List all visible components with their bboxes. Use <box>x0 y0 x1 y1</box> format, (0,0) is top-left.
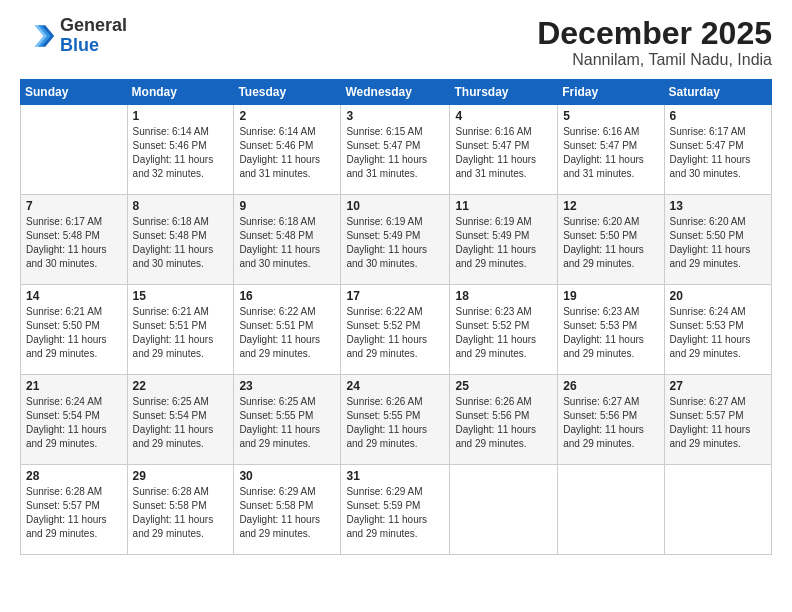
day-info: Sunrise: 6:24 AM Sunset: 5:54 PM Dayligh… <box>26 395 122 451</box>
calendar-week-4: 21Sunrise: 6:24 AM Sunset: 5:54 PM Dayli… <box>21 375 772 465</box>
day-number: 26 <box>563 379 658 393</box>
day-number: 15 <box>133 289 229 303</box>
day-number: 16 <box>239 289 335 303</box>
day-number: 20 <box>670 289 766 303</box>
calendar-week-5: 28Sunrise: 6:28 AM Sunset: 5:57 PM Dayli… <box>21 465 772 555</box>
day-number: 10 <box>346 199 444 213</box>
calendar-cell: 9Sunrise: 6:18 AM Sunset: 5:48 PM Daylig… <box>234 195 341 285</box>
col-friday: Friday <box>558 80 664 105</box>
day-number: 5 <box>563 109 658 123</box>
day-info: Sunrise: 6:14 AM Sunset: 5:46 PM Dayligh… <box>239 125 335 181</box>
calendar-cell: 29Sunrise: 6:28 AM Sunset: 5:58 PM Dayli… <box>127 465 234 555</box>
calendar-cell: 15Sunrise: 6:21 AM Sunset: 5:51 PM Dayli… <box>127 285 234 375</box>
day-number: 19 <box>563 289 658 303</box>
day-number: 6 <box>670 109 766 123</box>
col-tuesday: Tuesday <box>234 80 341 105</box>
calendar-cell: 30Sunrise: 6:29 AM Sunset: 5:58 PM Dayli… <box>234 465 341 555</box>
day-number: 3 <box>346 109 444 123</box>
day-info: Sunrise: 6:16 AM Sunset: 5:47 PM Dayligh… <box>455 125 552 181</box>
day-number: 21 <box>26 379 122 393</box>
day-number: 22 <box>133 379 229 393</box>
calendar-cell: 21Sunrise: 6:24 AM Sunset: 5:54 PM Dayli… <box>21 375 128 465</box>
day-number: 9 <box>239 199 335 213</box>
calendar-cell: 8Sunrise: 6:18 AM Sunset: 5:48 PM Daylig… <box>127 195 234 285</box>
calendar-cell <box>664 465 771 555</box>
calendar-cell: 6Sunrise: 6:17 AM Sunset: 5:47 PM Daylig… <box>664 105 771 195</box>
calendar-cell <box>21 105 128 195</box>
calendar-cell: 24Sunrise: 6:26 AM Sunset: 5:55 PM Dayli… <box>341 375 450 465</box>
calendar-cell: 7Sunrise: 6:17 AM Sunset: 5:48 PM Daylig… <box>21 195 128 285</box>
day-number: 11 <box>455 199 552 213</box>
day-info: Sunrise: 6:19 AM Sunset: 5:49 PM Dayligh… <box>455 215 552 271</box>
calendar-cell: 4Sunrise: 6:16 AM Sunset: 5:47 PM Daylig… <box>450 105 558 195</box>
day-info: Sunrise: 6:28 AM Sunset: 5:58 PM Dayligh… <box>133 485 229 541</box>
calendar-cell: 23Sunrise: 6:25 AM Sunset: 5:55 PM Dayli… <box>234 375 341 465</box>
logo-text: General Blue <box>60 16 127 56</box>
day-info: Sunrise: 6:15 AM Sunset: 5:47 PM Dayligh… <box>346 125 444 181</box>
calendar-cell: 17Sunrise: 6:22 AM Sunset: 5:52 PM Dayli… <box>341 285 450 375</box>
day-info: Sunrise: 6:20 AM Sunset: 5:50 PM Dayligh… <box>670 215 766 271</box>
day-info: Sunrise: 6:18 AM Sunset: 5:48 PM Dayligh… <box>133 215 229 271</box>
day-info: Sunrise: 6:18 AM Sunset: 5:48 PM Dayligh… <box>239 215 335 271</box>
logo-blue: Blue <box>60 36 127 56</box>
calendar-week-1: 1Sunrise: 6:14 AM Sunset: 5:46 PM Daylig… <box>21 105 772 195</box>
page: General Blue December 2025 Nannilam, Tam… <box>0 0 792 612</box>
day-info: Sunrise: 6:26 AM Sunset: 5:55 PM Dayligh… <box>346 395 444 451</box>
title-block: December 2025 Nannilam, Tamil Nadu, Indi… <box>537 16 772 69</box>
day-info: Sunrise: 6:28 AM Sunset: 5:57 PM Dayligh… <box>26 485 122 541</box>
col-saturday: Saturday <box>664 80 771 105</box>
svg-marker-1 <box>34 25 50 47</box>
day-info: Sunrise: 6:23 AM Sunset: 5:52 PM Dayligh… <box>455 305 552 361</box>
day-number: 27 <box>670 379 766 393</box>
calendar-cell <box>558 465 664 555</box>
calendar-cell: 3Sunrise: 6:15 AM Sunset: 5:47 PM Daylig… <box>341 105 450 195</box>
day-number: 2 <box>239 109 335 123</box>
logo-general: General <box>60 16 127 36</box>
col-sunday: Sunday <box>21 80 128 105</box>
day-info: Sunrise: 6:17 AM Sunset: 5:47 PM Dayligh… <box>670 125 766 181</box>
header: General Blue December 2025 Nannilam, Tam… <box>20 16 772 69</box>
day-number: 14 <box>26 289 122 303</box>
calendar-week-3: 14Sunrise: 6:21 AM Sunset: 5:50 PM Dayli… <box>21 285 772 375</box>
calendar-cell: 10Sunrise: 6:19 AM Sunset: 5:49 PM Dayli… <box>341 195 450 285</box>
col-monday: Monday <box>127 80 234 105</box>
day-number: 4 <box>455 109 552 123</box>
day-number: 8 <box>133 199 229 213</box>
logo-icon <box>20 18 56 54</box>
day-number: 29 <box>133 469 229 483</box>
day-number: 12 <box>563 199 658 213</box>
col-wednesday: Wednesday <box>341 80 450 105</box>
day-number: 17 <box>346 289 444 303</box>
calendar-cell: 1Sunrise: 6:14 AM Sunset: 5:46 PM Daylig… <box>127 105 234 195</box>
col-thursday: Thursday <box>450 80 558 105</box>
day-info: Sunrise: 6:21 AM Sunset: 5:51 PM Dayligh… <box>133 305 229 361</box>
calendar-week-2: 7Sunrise: 6:17 AM Sunset: 5:48 PM Daylig… <box>21 195 772 285</box>
calendar-cell: 19Sunrise: 6:23 AM Sunset: 5:53 PM Dayli… <box>558 285 664 375</box>
day-number: 23 <box>239 379 335 393</box>
day-info: Sunrise: 6:27 AM Sunset: 5:56 PM Dayligh… <box>563 395 658 451</box>
day-number: 13 <box>670 199 766 213</box>
day-info: Sunrise: 6:23 AM Sunset: 5:53 PM Dayligh… <box>563 305 658 361</box>
day-info: Sunrise: 6:17 AM Sunset: 5:48 PM Dayligh… <box>26 215 122 271</box>
day-info: Sunrise: 6:21 AM Sunset: 5:50 PM Dayligh… <box>26 305 122 361</box>
calendar-cell: 2Sunrise: 6:14 AM Sunset: 5:46 PM Daylig… <box>234 105 341 195</box>
day-info: Sunrise: 6:29 AM Sunset: 5:58 PM Dayligh… <box>239 485 335 541</box>
calendar-cell: 25Sunrise: 6:26 AM Sunset: 5:56 PM Dayli… <box>450 375 558 465</box>
logo: General Blue <box>20 16 127 56</box>
day-info: Sunrise: 6:20 AM Sunset: 5:50 PM Dayligh… <box>563 215 658 271</box>
day-info: Sunrise: 6:22 AM Sunset: 5:51 PM Dayligh… <box>239 305 335 361</box>
calendar-cell: 16Sunrise: 6:22 AM Sunset: 5:51 PM Dayli… <box>234 285 341 375</box>
calendar-cell: 14Sunrise: 6:21 AM Sunset: 5:50 PM Dayli… <box>21 285 128 375</box>
day-number: 18 <box>455 289 552 303</box>
day-number: 1 <box>133 109 229 123</box>
calendar-cell: 27Sunrise: 6:27 AM Sunset: 5:57 PM Dayli… <box>664 375 771 465</box>
calendar-cell: 20Sunrise: 6:24 AM Sunset: 5:53 PM Dayli… <box>664 285 771 375</box>
calendar-cell: 5Sunrise: 6:16 AM Sunset: 5:47 PM Daylig… <box>558 105 664 195</box>
day-info: Sunrise: 6:25 AM Sunset: 5:54 PM Dayligh… <box>133 395 229 451</box>
calendar-cell: 18Sunrise: 6:23 AM Sunset: 5:52 PM Dayli… <box>450 285 558 375</box>
calendar-cell: 12Sunrise: 6:20 AM Sunset: 5:50 PM Dayli… <box>558 195 664 285</box>
day-info: Sunrise: 6:16 AM Sunset: 5:47 PM Dayligh… <box>563 125 658 181</box>
calendar-cell <box>450 465 558 555</box>
day-info: Sunrise: 6:24 AM Sunset: 5:53 PM Dayligh… <box>670 305 766 361</box>
calendar: Sunday Monday Tuesday Wednesday Thursday… <box>20 79 772 555</box>
